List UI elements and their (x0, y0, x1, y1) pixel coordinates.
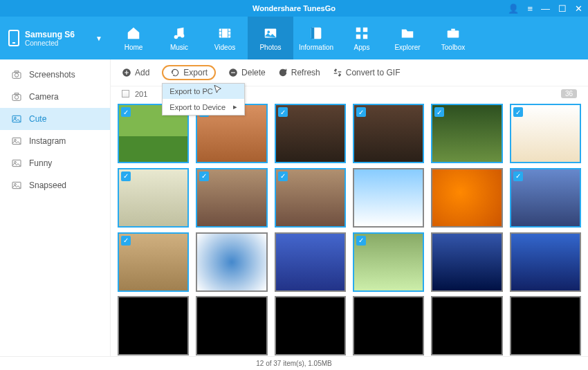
svg-rect-6 (311, 27, 315, 39)
photo-thumbnail[interactable] (196, 296, 267, 355)
photo-thumbnail[interactable]: ✓ (353, 232, 424, 292)
device-name: Samsung S6 (25, 30, 75, 39)
photo-thumbnail[interactable]: ✓ (275, 104, 346, 163)
nav-photos[interactable]: Photos (248, 17, 293, 59)
svg-point-14 (15, 73, 18, 77)
sidebar-item-funny[interactable]: Funny (0, 152, 110, 174)
selected-check-icon: ✓ (356, 236, 366, 246)
svg-point-4 (267, 30, 270, 33)
photo-thumbnail[interactable]: ✓ (118, 232, 189, 292)
group-checkbox[interactable] (122, 90, 129, 98)
refresh-button[interactable]: Refresh (278, 68, 320, 77)
photo-thumbnail[interactable] (431, 168, 502, 228)
selected-check-icon: ✓ (278, 107, 288, 117)
maximize-icon[interactable]: ☐ (558, 3, 567, 14)
photo-thumbnail[interactable] (275, 296, 346, 355)
nav-home[interactable]: Home (111, 17, 156, 59)
svg-rect-15 (15, 71, 18, 73)
photo-thumbnail[interactable] (510, 296, 581, 355)
statusbar: 12 of 37 item(s), 1.05MB (0, 356, 588, 370)
svg-rect-8 (363, 27, 367, 31)
user-icon[interactable]: 👤 (508, 3, 519, 14)
svg-rect-10 (363, 34, 367, 38)
selected-check-icon: ✓ (278, 172, 288, 181)
svg-rect-9 (356, 34, 360, 38)
svg-rect-11 (448, 30, 459, 37)
svg-rect-7 (356, 27, 360, 31)
menu-icon[interactable]: ≡ (527, 3, 533, 14)
photo-thumbnail[interactable] (431, 296, 502, 355)
content: ScreenshotsCameraCuteInstagramFunnySnaps… (0, 59, 588, 356)
svg-rect-12 (451, 28, 455, 30)
device-status: Connected (25, 39, 75, 47)
photo-thumbnail[interactable] (353, 296, 424, 355)
sidebar-item-snapseed[interactable]: Snapseed (0, 174, 110, 196)
photo-thumbnail[interactable]: ✓ (431, 104, 502, 163)
svg-point-1 (181, 33, 185, 37)
sidebar: ScreenshotsCameraCuteInstagramFunnySnaps… (0, 59, 111, 356)
svg-point-0 (174, 35, 178, 39)
export-to-pc[interactable]: Export to PC (163, 84, 244, 99)
nav-apps[interactable]: Apps (339, 17, 385, 59)
toolbar: Add Export Export to PC Export to Device… (111, 59, 588, 86)
nav-explorer[interactable]: Explorer (385, 17, 430, 59)
selected-check-icon: ✓ (513, 172, 523, 181)
sidebar-item-camera[interactable]: Camera (0, 86, 110, 108)
svg-rect-29 (231, 72, 235, 73)
photo-thumbnail[interactable]: ✓ (196, 168, 267, 228)
sidebar-item-screenshots[interactable]: Screenshots (0, 64, 110, 86)
svg-rect-18 (15, 93, 18, 95)
nav-videos[interactable]: Videos (202, 17, 248, 59)
selected-check-icon: ✓ (356, 107, 366, 117)
convert-gif-button[interactable]: Convert to GIF (333, 68, 401, 77)
selected-check-icon: ✓ (121, 172, 131, 181)
photo-thumbnail[interactable] (118, 296, 189, 355)
selected-check-icon: ✓ (513, 107, 523, 117)
svg-rect-2 (219, 28, 231, 37)
svg-point-17 (15, 95, 18, 99)
photo-thumbnail[interactable]: ✓ (510, 104, 581, 163)
submenu-arrow-icon: ▸ (233, 102, 237, 111)
delete-button[interactable]: Delete (228, 68, 266, 77)
photo-thumbnail[interactable] (510, 232, 581, 292)
main-panel: Add Export Export to PC Export to Device… (111, 59, 588, 356)
chevron-down-icon: ▼ (95, 35, 102, 42)
app-title: Wondershare TunesGo (252, 4, 336, 12)
sidebar-item-instagram[interactable]: Instagram (0, 130, 110, 152)
selected-check-icon: ✓ (121, 107, 131, 117)
photo-thumbnail[interactable]: ✓ (353, 104, 424, 163)
selected-check-icon: ✓ (121, 236, 131, 246)
titlebar: Wondershare TunesGo 👤 ≡ — ☐ ✕ (0, 0, 588, 17)
photo-thumbnail[interactable]: ✓ (275, 168, 346, 228)
header: Samsung S6 Connected ▼ HomeMusicVideosPh… (0, 17, 588, 59)
photo-thumbnail[interactable] (353, 168, 424, 228)
selected-check-icon: ✓ (434, 107, 444, 117)
photo-thumbnail[interactable] (431, 232, 502, 292)
nav-music[interactable]: Music (156, 17, 202, 59)
group-count: 36 (561, 89, 577, 98)
window-controls: 👤 ≡ — ☐ ✕ (508, 3, 582, 14)
photo-thumbnail[interactable]: ✓ (510, 168, 581, 228)
minimize-icon[interactable]: — (541, 3, 550, 14)
selected-check-icon: ✓ (199, 172, 209, 181)
add-button[interactable]: Add (122, 68, 149, 77)
nav-toolbox[interactable]: Toolbox (430, 17, 476, 59)
photo-thumbnail[interactable]: ✓ (118, 168, 189, 228)
main-nav: HomeMusicVideosPhotosInformationAppsExpl… (111, 17, 476, 59)
phone-icon (8, 30, 19, 46)
group-date: 201 (135, 90, 147, 98)
export-to-device[interactable]: Export to Device▸ (163, 99, 244, 115)
photo-thumbnail[interactable] (196, 232, 267, 292)
sidebar-item-cute[interactable]: Cute (0, 108, 110, 130)
photo-grid[interactable]: ✓✓✓✓✓✓✓✓✓✓✓✓ (111, 101, 588, 356)
status-text: 12 of 37 item(s), 1.05MB (256, 360, 332, 367)
nav-information[interactable]: Information (293, 17, 339, 59)
close-icon[interactable]: ✕ (575, 3, 582, 14)
export-button[interactable]: Export Export to PC Export to Device▸ (162, 65, 216, 80)
device-selector[interactable]: Samsung S6 Connected ▼ (0, 17, 111, 59)
photo-thumbnail[interactable] (275, 232, 346, 292)
export-menu: Export to PC Export to Device▸ (162, 83, 245, 115)
